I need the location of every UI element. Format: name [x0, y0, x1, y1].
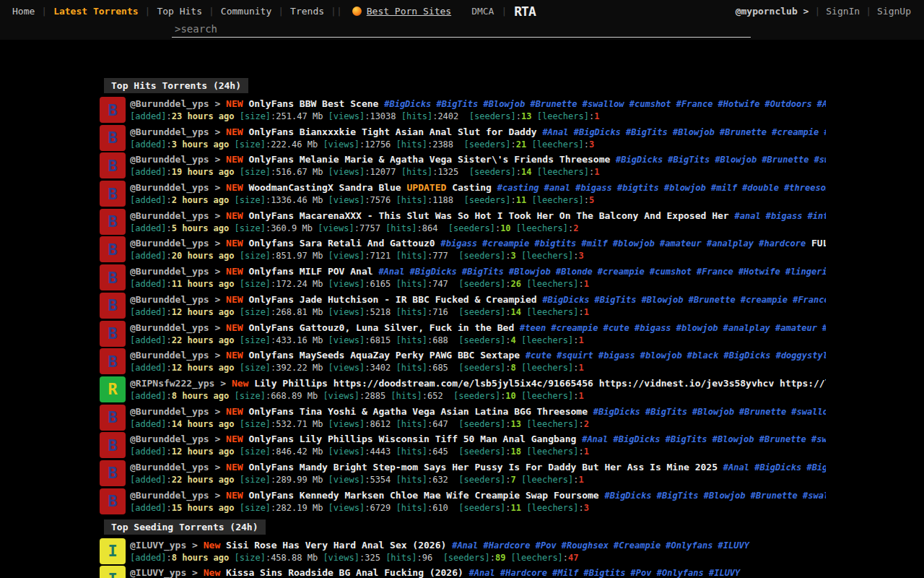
username-link[interactable]: @Burunddel_yps	[130, 294, 209, 305]
user-avatar[interactable]: B	[100, 432, 126, 458]
username-link[interactable]: @Burunddel_yps	[130, 266, 209, 277]
torrent-title-line: @ILUVY_yps > New Kissa Sins Roadside BG …	[130, 566, 826, 578]
stat-colon: :	[354, 223, 359, 233]
torrent-title[interactable]: OnlyFans Bianxxxkie Tight Asian Anal Slu…	[248, 126, 536, 137]
user-avatar[interactable]: I	[100, 538, 126, 564]
torrent-title[interactable]: Onlyfans Sara Retali And Gattouz0	[248, 238, 435, 249]
username-link[interactable]: @ILUVY_yps	[130, 567, 186, 578]
hashtags[interactable]: #anal #bigass #interrac…	[734, 211, 826, 221]
torrent-title[interactable]: Onlyfans MILF POV Anal	[248, 266, 372, 277]
hashtags[interactable]: #BigDicks #BigTits #Blowjob #Brunette #c…	[542, 295, 826, 305]
torrent-stats-line: [added]:8 hours ago [size]:668.89 Mb [vi…	[130, 390, 826, 402]
hashtags[interactable]: #Anal #BigDicks #BigTits #Blowjob #Brune…	[542, 127, 826, 137]
stat-label-hits: [hits]	[401, 167, 432, 177]
username-link[interactable]: @Burunddel_yps	[130, 126, 209, 137]
hashtags[interactable]: #BigDicks #BigTits #Blowjob #Brunette #s…	[593, 407, 826, 417]
username-link[interactable]: @RIPNsfw222_yps	[130, 378, 214, 389]
user-avatar[interactable]: B	[100, 209, 126, 235]
torrent-title[interactable]: OnlyFans MacarenaXXX - This Slut Was So …	[248, 210, 728, 221]
torrent-title[interactable]: OnlyFans Gattouz0, Luna Silver, Fuck in …	[248, 322, 514, 333]
username-link[interactable]: @Burunddel_yps	[130, 210, 209, 221]
stat-label-size: [size]	[240, 447, 271, 457]
user-avatar[interactable]: B	[100, 125, 126, 151]
nav-item-trends[interactable]: Trends	[284, 6, 331, 17]
username-link[interactable]: @Burunddel_yps	[130, 322, 209, 333]
rta-logo: RTA	[514, 4, 536, 19]
stat-label-seeders: [seeders]	[458, 279, 505, 289]
hashtags[interactable]: #BigDicks #BigTits #Blowjob #Brunette #s…	[384, 99, 826, 109]
username-link[interactable]: @Burunddel_yps	[130, 154, 209, 165]
torrent-title-line: @Burunddel_yps > NEW OnlyFans Melanie Ma…	[130, 152, 826, 166]
stat-colon: :	[505, 251, 510, 261]
torrent-title[interactable]: OnlyFans Lily Phillips Wisconsin Tiff 50…	[248, 434, 576, 444]
stat-colon: :	[167, 111, 172, 121]
dmca-link[interactable]: DMCA	[471, 6, 494, 17]
hashtags[interactable]: #teen #creampie #cute #bigass #blowjob #…	[520, 323, 826, 333]
stat-value-size: 289.99 Mb	[276, 475, 323, 485]
stat-label-size: [size]	[235, 195, 266, 205]
user-avatar[interactable]: B	[100, 152, 126, 178]
torrent-title[interactable]: Onlyfans MaySeeds AquaZay Perky PAWG BBC…	[248, 350, 520, 361]
signin-link[interactable]: SignIn	[820, 6, 866, 17]
user-avatar[interactable]: R	[100, 376, 126, 402]
nav-item-latest-torrents[interactable]: Latest Torrents	[47, 6, 144, 17]
torrent-title[interactable]: OnlyFans Mandy Bright Step-mom Says Her …	[248, 462, 718, 473]
torrent-title[interactable]: Sisi Rose Has Very Hard Anal Sex (2026)	[226, 540, 446, 551]
stat-colon: :	[167, 553, 172, 563]
nav-item-community[interactable]: Community	[214, 6, 278, 17]
torrent-title[interactable]: WoodmanCastingX Sandra Blue	[248, 182, 401, 193]
hashtags[interactable]: #Anal #BigDicks #BigTits #Blowjob #Brune…	[582, 434, 826, 444]
user-avatar[interactable]: B	[100, 348, 126, 374]
user-avatar[interactable]: B	[100, 488, 126, 514]
username-link[interactable]: @ILUVY_yps	[130, 540, 186, 551]
username-link[interactable]: @Burunddel_yps	[130, 434, 209, 444]
user-avatar[interactable]: B	[100, 321, 126, 347]
username-link[interactable]: @Burunddel_yps	[130, 182, 209, 193]
account-menu[interactable]: @mypornclub >	[736, 6, 815, 17]
nav-item-home[interactable]: Home	[6, 6, 41, 17]
torrent-title[interactable]: Casting	[452, 182, 492, 193]
hashtags[interactable]: #Anal #BigDicks #BigTits #Blowjob #Blond…	[378, 267, 826, 277]
user-avatar[interactable]: B	[100, 236, 126, 262]
stat-value-views: 6165	[370, 279, 391, 289]
hashtags[interactable]: #bigass #creampie #bigtits #milf #blowjo…	[440, 238, 806, 249]
stat-colon: :	[516, 111, 521, 121]
username-link[interactable]: @Burunddel_yps	[130, 238, 209, 249]
hashtags[interactable]: #BigDicks #BigTits #Blowjob #Brunette #s…	[604, 491, 826, 501]
username-link[interactable]: @Burunddel_yps	[130, 406, 209, 417]
best-porn-sites-link[interactable]: Best Porn Sites	[352, 6, 451, 17]
user-avatar[interactable]: B	[100, 460, 126, 486]
hashtags[interactable]: #Anal #BigDicks #BigTits …	[723, 462, 826, 473]
signup-link[interactable]: SignUp	[871, 6, 917, 17]
torrent-title[interactable]: OnlyFans Jade Hutchison - IR BBC Fucked …	[248, 294, 536, 305]
user-avatar[interactable]: I	[100, 566, 126, 578]
search-input[interactable]	[172, 22, 751, 38]
hashtags[interactable]: #casting #anal #bigass #bigtits #blowjob…	[497, 183, 826, 193]
username-link[interactable]: @Burunddel_yps	[130, 462, 209, 473]
username-link[interactable]: @Burunddel_yps	[130, 350, 209, 361]
arrow-icon: >	[209, 154, 226, 165]
hashtags[interactable]: #cute #squirt #bigass #blowjob #black #B…	[526, 350, 826, 361]
torrent-title[interactable]: Kissa Sins Roadside BG Anal Fucking (202…	[226, 567, 463, 578]
stat-value-seeders: 8	[511, 363, 516, 373]
user-avatar[interactable]: B	[100, 405, 126, 431]
hashtags[interactable]: #BigDicks #BigTits #Blowjob #Brunette #s…	[616, 155, 826, 165]
hashtags[interactable]: #Anal #Hardcore #Pov #Roughsex #Creampie…	[452, 540, 749, 551]
torrent-title[interactable]: OnlyFans Tina Yoshi & Agatha Vega Asian …	[248, 406, 588, 417]
username-link[interactable]: @Burunddel_yps	[130, 490, 209, 501]
user-avatar[interactable]: B	[100, 293, 126, 319]
torrent-title[interactable]: OnlyFans Melanie Marie & Agatha Vega Sis…	[248, 154, 610, 165]
torrent-title[interactable]: Lily Phillips https://doodstream.com/e/l…	[254, 378, 826, 389]
stat-value-hits: 610	[432, 503, 448, 513]
user-avatar[interactable]: B	[100, 181, 126, 207]
torrent-title[interactable]: OnlyFans Kennedy Marksen Chloe Mae Wife …	[248, 490, 598, 501]
stat-label-leechers: [leechers]	[521, 475, 573, 485]
username-link[interactable]: @Burunddel_yps	[130, 98, 209, 109]
torrent-title[interactable]: OnlyFans BBW Best Scene	[248, 98, 378, 109]
nav-item-top-hits[interactable]: Top Hits	[150, 6, 209, 17]
hashtags[interactable]: #Anal #Hardcore #Milf #Bigtits #Pov #Onl…	[469, 568, 741, 578]
new-badge: New	[204, 540, 220, 551]
stat-value-size: 846.42 Mb	[276, 447, 323, 457]
user-avatar[interactable]: B	[100, 264, 126, 290]
user-avatar[interactable]: B	[100, 97, 126, 123]
